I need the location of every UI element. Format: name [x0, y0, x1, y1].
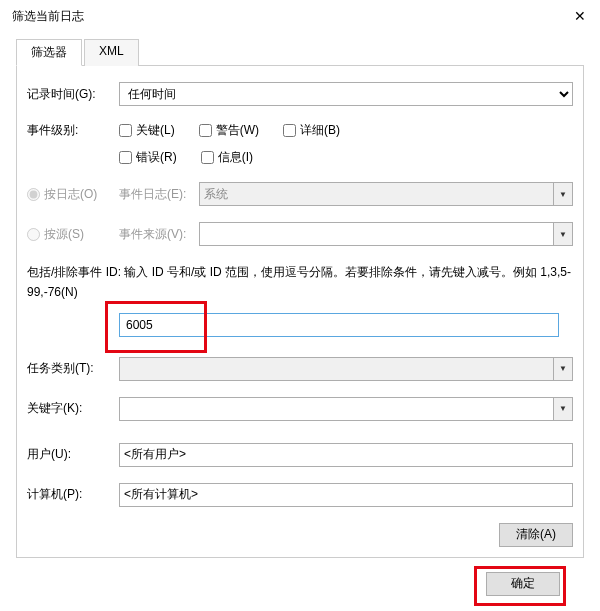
- by-log-radio-label: 按日志(O): [27, 186, 119, 203]
- event-source-value: [200, 232, 553, 236]
- checkbox-info[interactable]: [201, 151, 214, 164]
- chevron-down-icon[interactable]: ▼: [553, 223, 572, 245]
- id-help-text: 包括/排除事件 ID: 输入 ID 号和/或 ID 范围，使用逗号分隔。若要排除…: [27, 262, 573, 303]
- logged-select[interactable]: 任何时间: [119, 82, 573, 106]
- keywords-label: 关键字(K):: [27, 400, 119, 417]
- task-value: [120, 367, 553, 371]
- row-keywords: 关键字(K): ▼: [27, 397, 573, 421]
- row-computer: 计算机(P):: [27, 483, 573, 507]
- checkbox-critical[interactable]: [119, 124, 132, 137]
- computer-input[interactable]: [119, 483, 573, 507]
- chevron-down-icon: ▼: [553, 358, 572, 380]
- checkbox-verbose[interactable]: [283, 124, 296, 137]
- chevron-down-icon: ▼: [553, 183, 572, 205]
- row-by-source: 按源(S) 事件来源(V): ▼: [27, 222, 573, 246]
- tab-strip: 筛选器 XML: [16, 38, 584, 66]
- event-source-label: 事件来源(V):: [119, 226, 199, 243]
- keywords-combo[interactable]: ▼: [119, 397, 573, 421]
- event-id-input[interactable]: [119, 313, 559, 337]
- check-error[interactable]: 错误(R): [119, 149, 177, 166]
- check-critical[interactable]: 关键(L): [119, 122, 175, 139]
- checkbox-warning[interactable]: [199, 124, 212, 137]
- row-by-log: 按日志(O) 事件日志(E): 系统 ▼: [27, 182, 573, 206]
- logged-label: 记录时间(G):: [27, 86, 119, 103]
- tab-filter[interactable]: 筛选器: [16, 39, 82, 66]
- tab-xml[interactable]: XML: [84, 39, 139, 66]
- event-log-combo: 系统 ▼: [199, 182, 573, 206]
- check-info[interactable]: 信息(I): [201, 149, 253, 166]
- row-event-id: [119, 313, 573, 337]
- row-logged: 记录时间(G): 任何时间: [27, 82, 573, 106]
- event-log-value: 系统: [200, 184, 553, 205]
- radio-by-source: [27, 228, 40, 241]
- dialog-content: 筛选器 XML 记录时间(G): 任何时间 事件级别: 关键(L) 警告(W) …: [0, 30, 600, 596]
- radio-by-log: [27, 188, 40, 201]
- dialog-buttons: 确定: [16, 558, 584, 596]
- task-combo: ▼: [119, 357, 573, 381]
- level-label: 事件级别:: [27, 122, 119, 139]
- filter-panel: 记录时间(G): 任何时间 事件级别: 关键(L) 警告(W) 详细(B) 错误…: [16, 66, 584, 558]
- event-source-combo[interactable]: ▼: [199, 222, 573, 246]
- user-input[interactable]: [119, 443, 573, 467]
- clear-button[interactable]: 清除(A): [499, 523, 573, 547]
- row-task: 任务类别(T): ▼: [27, 357, 573, 381]
- event-log-label: 事件日志(E):: [119, 186, 199, 203]
- window-title: 筛选当前日志: [12, 8, 84, 25]
- close-icon[interactable]: ✕: [570, 8, 590, 24]
- user-label: 用户(U):: [27, 446, 119, 463]
- keywords-value: [120, 407, 553, 411]
- chevron-down-icon[interactable]: ▼: [553, 398, 572, 420]
- ok-button[interactable]: 确定: [486, 572, 560, 596]
- check-verbose[interactable]: 详细(B): [283, 122, 340, 139]
- row-level: 事件级别: 关键(L) 警告(W) 详细(B) 错误(R) 信息(I): [27, 122, 573, 166]
- task-label: 任务类别(T):: [27, 360, 119, 377]
- by-source-radio-label: 按源(S): [27, 226, 119, 243]
- row-user: 用户(U):: [27, 443, 573, 467]
- titlebar: 筛选当前日志 ✕: [0, 0, 600, 30]
- checkbox-error[interactable]: [119, 151, 132, 164]
- check-warning[interactable]: 警告(W): [199, 122, 259, 139]
- row-clear: 清除(A): [27, 523, 573, 547]
- computer-label: 计算机(P):: [27, 486, 119, 503]
